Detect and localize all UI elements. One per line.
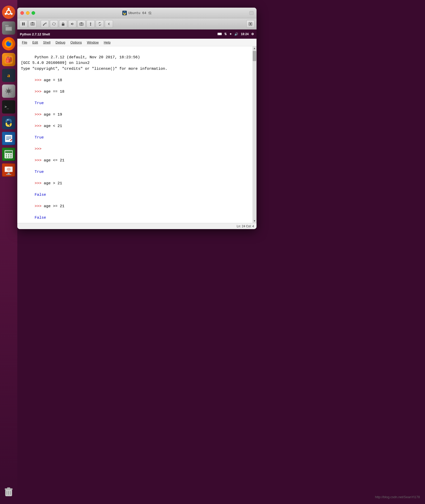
dock: 🎒 a >_ bbox=[0, 0, 17, 504]
dock-item-calc[interactable] bbox=[2, 147, 16, 161]
svg-point-53 bbox=[43, 25, 44, 26]
scroll-thumb[interactable] bbox=[253, 51, 256, 61]
scroll-down-arrow[interactable]: ▼ bbox=[252, 219, 257, 223]
output-2: True bbox=[35, 135, 44, 140]
main-window: Ubuntu 64 位 bbox=[17, 8, 257, 229]
svg-point-50 bbox=[32, 23, 33, 25]
svg-rect-62 bbox=[250, 23, 251, 25]
svg-rect-38 bbox=[8, 173, 10, 174]
toolbar-sync-btn[interactable] bbox=[96, 20, 104, 28]
toolbar bbox=[17, 18, 257, 30]
minimize-button[interactable] bbox=[26, 11, 30, 15]
menu-file[interactable]: File bbox=[19, 39, 30, 45]
window-fullscreen-btn[interactable] bbox=[249, 11, 253, 15]
svg-rect-42 bbox=[7, 487, 10, 489]
prompt-1: >>> bbox=[35, 78, 44, 82]
svg-rect-7 bbox=[6, 27, 12, 31]
dock-item-settings[interactable] bbox=[2, 84, 16, 98]
toolbar-refresh-btn[interactable] bbox=[50, 20, 58, 28]
svg-rect-31 bbox=[6, 156, 7, 158]
cmd-4: age < 21 bbox=[44, 124, 62, 128]
dock-item-firefox[interactable] bbox=[2, 37, 16, 51]
prompt-5: >>> bbox=[35, 147, 44, 151]
dock-item-appstore[interactable]: 🎒 bbox=[2, 52, 16, 67]
toolbar-pause-btn[interactable] bbox=[19, 20, 27, 28]
menu-shell[interactable]: Shell bbox=[40, 39, 53, 45]
cmd-3: age = 19 bbox=[44, 113, 62, 117]
toolbar-lock-btn[interactable] bbox=[59, 20, 67, 28]
keyboard-icon: ⌨ bbox=[217, 32, 222, 36]
window-title-area: Ubuntu 64 位 bbox=[122, 11, 151, 15]
svg-rect-27 bbox=[5, 151, 12, 153]
svg-point-60 bbox=[90, 25, 91, 26]
toolbar-camera-btn[interactable] bbox=[77, 20, 86, 28]
svg-text:>_: >_ bbox=[5, 105, 9, 109]
prompt-2: >>> bbox=[35, 90, 44, 94]
sort-icon: ⇅ bbox=[224, 32, 227, 36]
prompt-3: >>> bbox=[35, 113, 44, 117]
menu-options[interactable]: Options bbox=[68, 39, 84, 45]
dock-item-terminal[interactable]: >_ ◀ bbox=[2, 100, 16, 114]
svg-rect-6 bbox=[5, 25, 9, 26]
dock-item-files[interactable] bbox=[2, 21, 16, 35]
output-3: True bbox=[35, 170, 44, 174]
dock-item-impress[interactable] bbox=[2, 163, 16, 177]
amazon-label: a bbox=[7, 72, 10, 79]
svg-rect-28 bbox=[6, 154, 7, 156]
toolbar-usb-btn[interactable] bbox=[87, 20, 95, 28]
cmd-6: age > 21 bbox=[44, 181, 62, 186]
svg-rect-29 bbox=[8, 154, 9, 156]
dock-item-trash[interactable] bbox=[2, 485, 16, 499]
traffic-lights bbox=[20, 11, 35, 15]
close-button[interactable] bbox=[20, 11, 24, 15]
svg-rect-17 bbox=[3, 117, 15, 129]
svg-rect-54 bbox=[62, 24, 64, 26]
svg-rect-33 bbox=[10, 156, 12, 158]
menu-bar: File Edit Shell Debug Options Window Hel… bbox=[17, 39, 257, 46]
window-title: Ubuntu 64 位 bbox=[128, 11, 151, 15]
output-1: True bbox=[35, 101, 44, 105]
dock-item-writer[interactable] bbox=[2, 131, 16, 146]
cmd-7: age >= 21 bbox=[44, 204, 64, 208]
shell-output[interactable]: Python 2.7.12 (default, Nov 20 2017, 18:… bbox=[17, 46, 252, 223]
scrollbar-vertical[interactable]: ▲ ▼ bbox=[252, 46, 257, 223]
status-text: Ln: 24 Col: 4 bbox=[237, 225, 254, 228]
toolbar-screenshot-btn[interactable] bbox=[29, 20, 37, 28]
prompt-8: >>> bbox=[35, 204, 44, 208]
python-title-icon bbox=[122, 11, 127, 15]
svg-point-56 bbox=[81, 23, 82, 25]
menu-edit[interactable]: Edit bbox=[30, 39, 40, 45]
clock: 18:24 bbox=[241, 32, 249, 36]
svg-rect-30 bbox=[10, 154, 12, 156]
svg-rect-51 bbox=[32, 22, 33, 23]
system-bar-icons: ⌨ ⇅ ✦ 🔊 18:24 ⚙ bbox=[217, 32, 254, 36]
volume-indicator: 🔊 bbox=[234, 32, 238, 36]
system-bar: Python 2.7.12 Shell ⌨ ⇅ ✦ 🔊 18:24 ⚙ bbox=[17, 30, 257, 39]
dock-item-amazon[interactable]: a bbox=[2, 68, 16, 82]
menu-help[interactable]: Help bbox=[101, 39, 113, 45]
maximize-button[interactable] bbox=[32, 11, 35, 15]
toolbar-volume-btn[interactable] bbox=[68, 20, 76, 28]
toolbar-expand-btn[interactable] bbox=[246, 20, 254, 28]
output-5: False bbox=[35, 216, 46, 220]
settings-gear-icon: ⚙ bbox=[251, 32, 254, 36]
svg-point-37 bbox=[7, 168, 11, 171]
prompt-4: >>> bbox=[35, 124, 44, 128]
title-bar: Ubuntu 64 位 bbox=[17, 8, 257, 18]
scroll-up-arrow[interactable]: ▲ bbox=[252, 46, 257, 50]
menu-window[interactable]: Window bbox=[84, 39, 101, 45]
svg-rect-32 bbox=[8, 156, 9, 158]
dock-item-python[interactable]: ◀ bbox=[2, 116, 16, 130]
cmd-5: age <= 21 bbox=[44, 158, 64, 163]
svg-point-19 bbox=[9, 125, 10, 126]
menu-debug[interactable]: Debug bbox=[53, 39, 68, 45]
toolbar-arrow-btn[interactable] bbox=[105, 20, 113, 28]
toolbar-wrench-btn[interactable] bbox=[41, 20, 49, 28]
prompt-7: >>> bbox=[35, 181, 44, 186]
system-bar-title: Python 2.7.12 Shell bbox=[20, 32, 217, 36]
dock-item-ubuntu[interactable] bbox=[2, 5, 16, 19]
svg-rect-39 bbox=[6, 174, 11, 175]
svg-point-4 bbox=[5, 13, 7, 15]
shell-header-line1: Python 2.7.12 (default, Nov 20 2017, 18:… bbox=[21, 55, 167, 71]
watermark: http://blog.csdn.net/SeanYi178 bbox=[375, 495, 420, 499]
